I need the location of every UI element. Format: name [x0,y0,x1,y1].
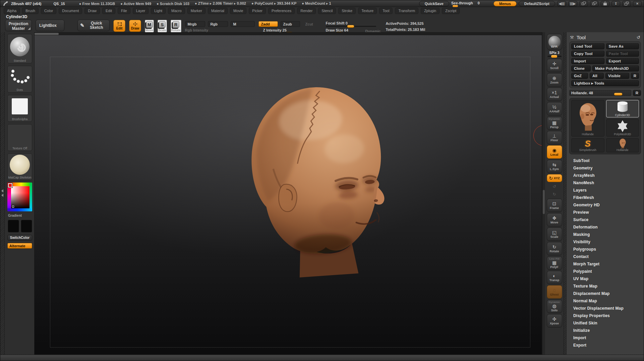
scale-button[interactable]: ◱ Scale [547,227,562,241]
move-trays-right-button[interactable] [590,1,599,6]
rgb-intensity-slider-label[interactable]: Rgb Intensity [185,28,255,32]
persp-button[interactable]: Dynamic ▦ Persp [547,116,562,130]
menubar-item[interactable]: Layer [133,8,149,14]
see-through-slider[interactable]: See-through 0 [451,1,491,6]
move-button[interactable]: ✥ Move [547,213,562,226]
tool-panel-section[interactable]: UV Map [569,275,641,282]
tool-panel-section[interactable]: Unified Skin [569,319,641,327]
menubar-item[interactable]: Edit [102,8,115,14]
pick-tool-icon[interactable]: ⚒ [570,35,574,40]
see-through-handle[interactable] [453,5,458,7]
draw-mode-button[interactable]: Draw [129,20,141,32]
current-tool-slider-handle[interactable] [614,93,623,96]
save-as-button[interactable]: Save As [606,43,639,49]
tool-panel-section[interactable]: Geometry [569,164,641,172]
menubar-item[interactable]: Transform [395,8,418,14]
current-tool-slider[interactable]: Hollande. 48 R [569,90,641,96]
copy-tool-button[interactable]: Copy Tool [571,51,604,57]
menubar-item[interactable]: Render [297,8,316,14]
menubar-item[interactable]: Tool [379,8,393,14]
tool-panel-section[interactable]: Geometry HD [569,201,641,209]
aahalf-button[interactable]: ½ AAHalf [547,102,562,115]
secondary-color-swatch[interactable] [21,220,32,233]
tool-r-button[interactable]: R [633,90,641,96]
menubar-item[interactable]: Preferences [268,8,295,14]
polyf-button[interactable]: Line Fill ▦ PolyF [547,256,562,270]
hue-strip-right[interactable] [30,183,32,211]
ghost-button[interactable]: ◌ Ghost [547,285,562,299]
document-canvas[interactable] [34,32,542,355]
menubar-item[interactable]: Zplugin [421,8,440,14]
import-button[interactable]: Import [571,58,604,64]
simplebrush-tool-thumbnail[interactable]: S SimpleBrush [571,138,604,152]
gradient-toggle[interactable]: Gradient [7,214,32,217]
scroll-interface-left-button[interactable]: ◀|||| [557,1,566,6]
menus-toggle-button[interactable]: Menus [493,1,517,6]
focal-shift-handle[interactable] [347,25,354,28]
menubar-item[interactable]: Brush [22,8,39,14]
spix-slider[interactable]: SPix 3 [547,51,562,58]
scroll-interface-right-button[interactable]: ||||▶ [568,1,577,6]
hollande-small-thumbnail[interactable]: Hollande [606,138,639,152]
menubar-item[interactable]: Material [208,8,228,14]
tool-panel-section[interactable]: Contact [569,253,641,260]
tool-panel-section[interactable]: Displacement Map [569,290,641,297]
tray-divider-right[interactable] [564,32,566,355]
alternate-color-button[interactable]: Alternate [7,243,32,249]
rgb-button[interactable]: Rgb [208,21,228,27]
menubar-item[interactable]: Alpha [4,8,20,14]
tool-panel-section[interactable]: Vector Displacement Map [569,305,641,312]
minimize-button[interactable]: ↧ [611,1,620,6]
tool-panel-section[interactable]: Deformation [569,223,641,231]
rotate-z-button[interactable]: ↻ [547,191,562,198]
tool-panel-section[interactable]: ArrayMesh [569,172,641,179]
local-button[interactable]: ◉ Local [547,145,562,159]
transp-button[interactable]: ◐ Transp [547,271,562,284]
tool-panel-section[interactable]: Surface [569,216,641,223]
tool-panel-section[interactable]: FiberMesh [569,194,641,201]
menubar-item[interactable]: Draw [84,8,100,14]
tool-panel-section[interactable]: NanoMesh [569,179,641,187]
hue-strip-bottom[interactable] [7,208,32,211]
menubar-item[interactable]: Marker [187,8,206,14]
tool-panel-section[interactable]: Layers [569,187,641,194]
quick-sketch-button[interactable]: ✎ Quick Sketch [77,20,110,31]
tool-panel-section[interactable]: Preview [569,209,641,216]
zsub-button[interactable]: Zsub [281,21,300,27]
xyz-rotation-button[interactable]: ↻ XYZ [547,174,562,182]
rotate-y-button[interactable]: ↺ [547,183,562,190]
quicksave-button[interactable]: QuickSave [419,1,449,6]
paste-tool-button[interactable]: Paste Tool [606,51,639,57]
focal-shift-slider[interactable]: Focal Shift 0 [326,21,376,27]
menubar-item[interactable]: Stencil [318,8,336,14]
close-button[interactable]: ✕ [633,1,642,6]
lightbox-tools-button[interactable]: Lightbox ▸ Tools [571,80,639,86]
menubar-item[interactable]: Stroke [338,8,356,14]
lsym-button[interactable]: ⇆ L.Sym [547,160,562,173]
projection-master-button[interactable]: Projection Master [5,20,32,31]
current-tool-thumbnail[interactable]: Hollande [571,100,604,137]
tool-panel-section[interactable]: Import [569,334,641,342]
move-trays-left-button[interactable] [579,1,588,6]
canvas-v-scroll-handle[interactable] [543,190,545,214]
make-polymesh3d-button[interactable]: Make PolyMesh3D [592,65,639,71]
brush-selector[interactable]: Standard [7,34,32,63]
canvas-h-scroll-handle[interactable] [35,33,59,35]
clone-button[interactable]: Clone [571,65,591,71]
zadd-button[interactable]: Zadd [258,21,278,27]
load-tool-button[interactable]: Load Tool [571,43,604,49]
canvas-horizontal-scrollbar[interactable] [35,33,542,35]
tool-panel-section[interactable]: Morph Target [569,260,641,268]
frame-button[interactable]: ⊡ Frame [547,199,562,212]
tool-panel-section[interactable]: Initialize [569,327,641,334]
tray-collapse-arrows-icon[interactable] [1,189,3,197]
edit-mode-button[interactable]: Edit [113,20,125,32]
scroll-button[interactable]: ✛ Scroll [547,59,562,72]
mrgb-button[interactable]: Mrgb [185,21,205,27]
tool-panel-section[interactable]: Polypaint [569,268,641,275]
menubar-item[interactable]: Document [59,8,82,14]
tool-panel-section[interactable]: Normal Map [569,297,641,305]
bpr-render-button[interactable]: BPR [547,34,562,50]
alpha-selector[interactable]: BrushAlpha [7,95,32,122]
scale-gizmo-button[interactable]: SScale [158,20,167,33]
